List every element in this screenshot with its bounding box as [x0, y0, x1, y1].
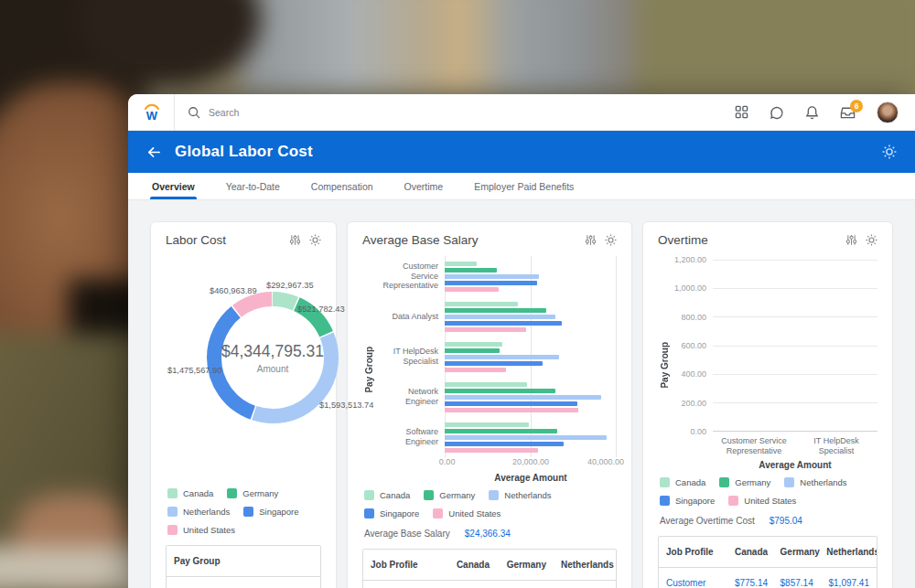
card-title: Average Base Salary — [362, 233, 479, 247]
vertical-bar-chart: Pay Group 0.00200.00400.00600.00800.001,… — [658, 260, 877, 470]
back-arrow-icon[interactable] — [146, 144, 162, 160]
bar-united-states[interactable] — [445, 408, 578, 412]
category-label: Network Engineer — [375, 377, 445, 417]
row-link[interactable]: Customer Service Representative — [666, 578, 727, 588]
legend-chip[interactable] — [227, 488, 237, 498]
donut-label-netherlands: $1,593,513.74 — [319, 401, 373, 410]
value-link[interactable]: $775.14 — [735, 578, 768, 588]
bar-canada[interactable] — [445, 302, 518, 306]
x-axis-label: Average Amount — [713, 460, 877, 470]
bar-germany[interactable] — [445, 348, 500, 353]
y-axis-categories: Customer Service RepresentativeData Anal… — [375, 256, 445, 483]
bar-canada[interactable] — [445, 342, 502, 347]
legend-chip[interactable] — [167, 507, 178, 517]
sliders-icon[interactable] — [289, 234, 301, 246]
bar-united-states[interactable] — [445, 287, 499, 292]
page-header: Global Labor Cost — [128, 131, 915, 173]
bar-singapore[interactable] — [445, 281, 537, 285]
gear-icon[interactable] — [309, 234, 321, 246]
bar-singapore[interactable] — [445, 442, 564, 446]
column-header: Pay Group — [167, 546, 265, 577]
value-cell: $1,097.41 — [819, 567, 877, 588]
legend-chip[interactable] — [719, 477, 729, 487]
tab-overtime[interactable]: Overtime — [404, 173, 444, 199]
bar-germany[interactable] — [445, 308, 546, 313]
legend-chip[interactable] — [489, 490, 499, 500]
summary-value[interactable]: $24,366.34 — [465, 529, 511, 539]
apps-grid-icon[interactable] — [735, 105, 748, 119]
legend-chip[interactable] — [784, 477, 794, 487]
gear-icon[interactable] — [866, 234, 877, 246]
search-input[interactable]: Search — [209, 107, 239, 118]
gear-icon[interactable] — [605, 234, 617, 246]
column-header: Germany — [497, 550, 554, 581]
notifications-bell-icon[interactable] — [805, 105, 819, 120]
legend-item-united-states: United States — [728, 496, 796, 506]
chat-icon[interactable] — [770, 105, 784, 120]
bar-united-states[interactable] — [445, 448, 538, 453]
tab-compensation[interactable]: Compensation — [311, 173, 373, 199]
legend-label: Singapore — [259, 507, 298, 517]
bar-united-states[interactable] — [445, 327, 526, 332]
tab-overview[interactable]: Overview — [152, 173, 195, 199]
column-header: Canada — [440, 550, 497, 581]
legend-label: Canada — [380, 490, 410, 500]
workday-logo[interactable]: W — [141, 102, 163, 123]
legend-chip[interactable] — [424, 490, 434, 500]
legend-chip[interactable] — [728, 496, 738, 506]
value-link[interactable]: $1,097.41 — [829, 578, 870, 588]
legend-label: Netherlands — [800, 477, 846, 487]
table-row: Customer Service Representative$775.14$8… — [659, 567, 877, 588]
bar-canada[interactable] — [445, 262, 477, 266]
bar-netherlands[interactable] — [445, 274, 539, 279]
legend-label: Germany — [735, 477, 770, 487]
pay-group-table: Pay GroupCanada$Germany$ — [166, 545, 321, 588]
bar-netherlands[interactable] — [445, 315, 555, 319]
bar-singapore[interactable] — [445, 361, 543, 366]
bar-netherlands[interactable] — [445, 435, 607, 440]
bar-united-states[interactable] — [445, 368, 506, 372]
value-cell: $857.14 — [773, 567, 820, 588]
tab-employer-paid-benefits[interactable]: Employer Paid Benefits — [474, 173, 574, 199]
avatar[interactable] — [877, 102, 899, 123]
donut-label-canada: $292,967.35 — [266, 281, 314, 290]
summary-label: Average Base Salary — [364, 529, 450, 539]
x-tick: 40,000.00 — [587, 457, 624, 466]
legend-chip[interactable] — [433, 508, 443, 519]
bar-germany[interactable] — [445, 429, 557, 433]
legend-label: United States — [744, 496, 796, 506]
bar-germany[interactable] — [445, 268, 497, 273]
bar-singapore[interactable] — [445, 401, 577, 406]
x-tick: 20,000.00 — [512, 457, 549, 466]
bar-group — [445, 417, 617, 457]
sliders-icon[interactable] — [845, 234, 857, 246]
legend-chip[interactable] — [660, 477, 670, 487]
table-row: Canada$ — [167, 577, 320, 588]
bar-canada[interactable] — [445, 422, 529, 427]
legend-chip[interactable] — [364, 508, 374, 519]
legend-chip[interactable] — [167, 525, 178, 535]
search-icon[interactable] — [188, 106, 200, 119]
legend-chip[interactable] — [364, 490, 374, 500]
inbox-tray-icon[interactable]: 6 — [840, 105, 856, 120]
legend-chip[interactable] — [167, 488, 178, 498]
x-axis-ticks: 0.00 20,000.00 40,000.00 — [445, 457, 617, 469]
legend-item-united-states: United States — [167, 525, 235, 535]
summary-value[interactable]: $795.04 — [770, 516, 802, 526]
legend-label: Canada — [675, 477, 705, 487]
legend-chip[interactable] — [243, 507, 253, 517]
value-link[interactable]: $857.14 — [780, 578, 813, 588]
bar-netherlands[interactable] — [445, 355, 559, 359]
bar-germany[interactable] — [445, 389, 555, 393]
bar-group — [445, 256, 617, 296]
column-header: Job Profile — [363, 550, 440, 581]
bar-singapore[interactable] — [445, 321, 562, 326]
row-label-cell: Customer Service Representative — [659, 567, 727, 588]
sliders-icon[interactable] — [585, 234, 597, 246]
tab-year-to-date[interactable]: Year-to-Date — [226, 173, 280, 199]
bar-netherlands[interactable] — [445, 395, 601, 400]
legend-chip[interactable] — [660, 496, 670, 506]
y-tick: 1,000.00 — [674, 283, 706, 293]
gear-icon[interactable] — [882, 144, 897, 159]
bar-canada[interactable] — [445, 382, 527, 387]
